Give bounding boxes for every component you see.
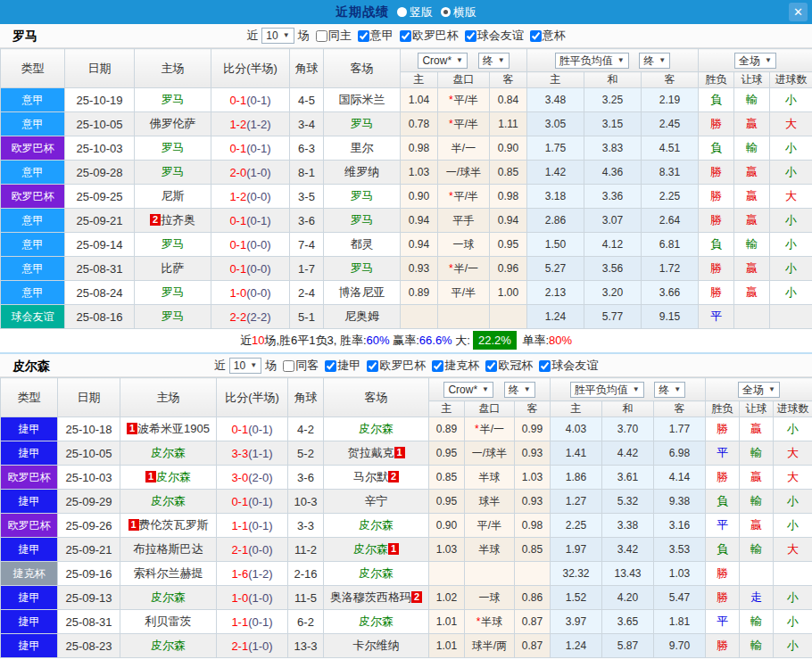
league-checkbox[interactable] [465, 30, 476, 42]
home-team-name[interactable]: 费伦茨瓦罗斯 [139, 518, 209, 532]
halftime-score: (2-2) [246, 310, 270, 324]
recent-count-select[interactable]: 10 ▼ [229, 358, 261, 374]
away-team-name[interactable]: 辛宁 [365, 494, 388, 507]
table-row: 捷甲 25-09-29 皮尔森 0-1(0-1) 10-3 辛宁 0.95 球半… [1, 490, 812, 514]
summary-part: 赢率: [390, 334, 419, 347]
avg-final-select[interactable]: 终 ▼ [654, 382, 685, 398]
league-filter-item: 意甲 [352, 24, 394, 47]
fullmatch-select[interactable]: 全场 ▼ [738, 382, 780, 398]
home-team-name[interactable]: 布拉格斯巴达 [134, 542, 203, 556]
avg-final-select[interactable]: 终 ▼ [639, 53, 670, 69]
result-handicap [740, 562, 774, 586]
avg-select[interactable]: 胜平负均值 ▼ [570, 382, 644, 398]
corner-count: 6-3 [290, 136, 324, 161]
odds-handicap: *平/半 [438, 185, 490, 209]
league-checkbox[interactable] [432, 360, 443, 372]
odds-home: 0.95 [429, 490, 465, 514]
layout-vertical-radio[interactable]: 竖版 [397, 4, 433, 21]
same-checkbox[interactable] [283, 360, 294, 372]
away-team-name[interactable]: 奥洛穆茨西格玛 [330, 590, 411, 604]
recent-count-select[interactable]: 10 ▼ [261, 28, 294, 44]
page-title: 近期战绩 [336, 4, 389, 21]
odds-handicap: 半/一 [438, 136, 490, 161]
home-team-name[interactable]: 罗马 [162, 237, 185, 251]
odds-away: 0.87 [515, 634, 551, 658]
home-team-name[interactable]: 尼斯 [162, 189, 185, 202]
home-team-cell: 尼斯 [135, 185, 211, 209]
odds-company-select[interactable]: Crow* ▼ [418, 53, 468, 69]
away-team-name[interactable]: 皮尔森 [359, 518, 394, 532]
result-goals: 小 [770, 233, 812, 257]
away-team-name[interactable]: 贺拉戴克 [348, 446, 394, 459]
odds-final-select[interactable]: 终 ▼ [504, 382, 535, 398]
home-team-name[interactable]: 皮尔森 [151, 446, 186, 459]
recent-label: 近 [214, 354, 226, 377]
radio-icon[interactable] [397, 7, 407, 17]
league-checkbox[interactable] [539, 360, 551, 372]
corner-count: 3-6 [288, 466, 324, 490]
avg-draw: 3.15 [584, 112, 642, 136]
away-team-name[interactable]: 维罗纳 [344, 165, 379, 178]
match-score: 2-1(0-0) [217, 538, 288, 562]
sub-header-result-hcap: 让球 [734, 72, 770, 88]
league-badge: 捷甲 [1, 490, 58, 514]
away-team-name[interactable]: 里尔 [351, 141, 374, 154]
league-checkbox[interactable] [325, 360, 336, 372]
home-team-name[interactable]: 罗马 [162, 93, 185, 106]
home-team-name[interactable]: 波希米亚1905 [137, 422, 210, 435]
league-checkbox[interactable] [358, 30, 369, 42]
home-team-cell: 1费伦茨瓦罗斯 [120, 514, 217, 538]
home-team-name[interactable]: 皮尔森 [151, 494, 186, 507]
home-team-name[interactable]: 拉齐奥 [161, 213, 195, 227]
match-date: 25-08-16 [65, 305, 135, 329]
close-icon[interactable]: ✕ [789, 3, 808, 21]
match-score: 0-1(0-0) [211, 257, 290, 281]
home-team-cell: 1皮尔森 [120, 466, 217, 490]
home-team-name[interactable]: 罗马 [162, 141, 185, 154]
odds-handicap: *平/半 [438, 88, 490, 112]
home-team-name[interactable]: 皮尔森 [151, 639, 186, 652]
home-team-name[interactable]: 佛罗伦萨 [150, 117, 196, 130]
sub-header-avg-draw: 和 [602, 401, 654, 417]
same-checkbox[interactable] [316, 30, 327, 42]
away-team-name[interactable]: 马尔默 [353, 470, 388, 483]
radio-selected-icon[interactable] [441, 7, 451, 17]
league-checkbox[interactable] [367, 360, 378, 372]
away-team-name[interactable]: 尼奥姆 [344, 309, 379, 323]
away-team-name[interactable]: 卡尔维纳 [353, 639, 400, 652]
home-team-name[interactable]: 利贝雷茨 [145, 614, 192, 628]
home-team-name[interactable]: 罗马 [162, 309, 185, 323]
home-team-name[interactable]: 罗马 [162, 285, 185, 299]
layout-horizontal-radio[interactable]: 横版 [441, 4, 476, 21]
corner-count: 6-2 [288, 610, 324, 634]
sub-header-odds-away: 客 [515, 401, 551, 417]
away-team-name[interactable]: 都灵 [351, 237, 374, 251]
away-team-name[interactable]: 罗马 [351, 117, 374, 130]
home-team-name[interactable]: 索科尔兰赫提 [134, 566, 203, 580]
away-team-name[interactable]: 罗马 [351, 213, 374, 227]
away-team-name[interactable]: 皮尔森 [359, 614, 394, 628]
away-team-name[interactable]: 皮尔森 [359, 566, 394, 580]
away-team-name[interactable]: 博洛尼亚 [339, 285, 385, 299]
away-team-name[interactable]: 国际米兰 [339, 93, 385, 106]
away-team-name[interactable]: 罗马 [351, 189, 374, 202]
league-checkbox[interactable] [530, 30, 542, 42]
home-team-name[interactable]: 比萨 [162, 261, 185, 275]
avg-draw: 5.77 [584, 305, 642, 329]
league-filter-label: 意甲 [370, 29, 394, 42]
fullmatch-select[interactable]: 全场 ▼ [734, 53, 776, 69]
home-team-name[interactable]: 皮尔森 [156, 470, 191, 483]
result-handicap: 輸 [740, 490, 774, 514]
away-team-name[interactable]: 罗马 [351, 261, 374, 275]
table-row: 捷甲 25-09-13 皮尔森 1-0(1-0) 11-5 奥洛穆茨西格玛2 1… [1, 586, 812, 610]
home-team-name[interactable]: 罗马 [162, 165, 185, 178]
league-checkbox[interactable] [400, 30, 411, 42]
away-team-name[interactable]: 皮尔森 [353, 542, 388, 556]
odds-company-value: Crow* [448, 383, 477, 397]
odds-final-select[interactable]: 终 ▼ [478, 53, 510, 69]
league-checkbox[interactable] [485, 360, 497, 372]
odds-company-select[interactable]: Crow* ▼ [443, 382, 493, 398]
home-team-name[interactable]: 皮尔森 [151, 590, 186, 604]
avg-select[interactable]: 胜平负均值 ▼ [555, 53, 629, 69]
away-team-name[interactable]: 皮尔森 [359, 422, 394, 435]
